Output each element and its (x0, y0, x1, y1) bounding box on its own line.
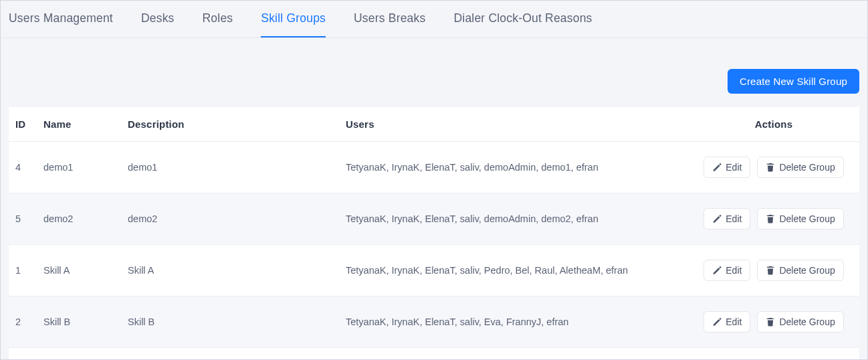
cell-description: demo2 (121, 193, 339, 245)
tab-users-breaks[interactable]: Users Breaks (354, 11, 425, 37)
tab-roles[interactable]: Roles (203, 11, 233, 37)
cell-id: 2 (9, 296, 37, 348)
edit-button[interactable]: Edit (703, 208, 750, 230)
cell-name: demo2 (37, 193, 121, 245)
edit-icon (712, 214, 722, 223)
admin-panel: Users Management Desks Roles Skill Group… (0, 0, 868, 360)
cell-description: Skill B (121, 296, 339, 348)
tab-skill-groups[interactable]: Skill Groups (261, 11, 326, 37)
delete-label: Delete Group (779, 162, 835, 173)
delete-label: Delete Group (779, 213, 835, 224)
table-header-row: ID Name Description Users Actions (9, 107, 859, 142)
edit-button[interactable]: Edit (703, 311, 750, 333)
trash-icon (766, 163, 775, 172)
table-wrap: ID Name Description Users Actions 4 demo… (1, 107, 867, 360)
col-id: ID (9, 107, 37, 142)
cell-name: Skill B (37, 296, 121, 348)
col-actions: Actions (688, 107, 859, 142)
table-row: 4 demo1 demo1 TetyanaK, IrynaK, ElenaT, … (9, 142, 859, 193)
cell-name: Skill A (37, 245, 121, 296)
delete-button[interactable]: Delete Group (757, 260, 843, 281)
cell-id: 5 (9, 193, 37, 245)
cell-actions: Edit Delete Group (688, 142, 859, 193)
trash-icon (766, 266, 775, 275)
cell-id: 3 (9, 348, 37, 361)
toolbar: Create New Skill Group (1, 38, 867, 107)
delete-label: Delete Group (779, 317, 835, 327)
table-row: 2 Skill B Skill B TetyanaK, IrynaK, Elen… (9, 296, 859, 348)
edit-label: Edit (726, 265, 742, 276)
edit-label: Edit (726, 213, 742, 224)
edit-button[interactable]: Edit (703, 157, 750, 178)
cell-name: demo1 (37, 142, 121, 193)
delete-button[interactable]: Delete Group (757, 311, 843, 333)
col-name: Name (37, 107, 121, 142)
cell-description: Skill C (121, 348, 339, 361)
delete-button[interactable]: Delete Group (757, 208, 843, 230)
edit-label: Edit (726, 162, 742, 173)
cell-id: 4 (9, 142, 37, 193)
cell-name: Skill C (37, 348, 121, 361)
cell-actions: Edit Delete Group (688, 193, 859, 245)
col-description: Description (121, 107, 339, 142)
edit-icon (712, 317, 722, 327)
cell-users: system, admin, TetyanaK, IrynaK, ElenaT,… (339, 348, 688, 361)
cell-actions: Edit Delete Group (688, 296, 859, 348)
tab-dialer-clockout[interactable]: Dialer Clock-Out Reasons (453, 11, 592, 37)
delete-label: Delete Group (779, 265, 835, 276)
cell-actions: Edit Delete Group (688, 348, 859, 361)
cell-id: 1 (9, 245, 37, 296)
edit-icon (712, 163, 722, 172)
tab-bar: Users Management Desks Roles Skill Group… (1, 1, 867, 38)
skill-groups-table: ID Name Description Users Actions 4 demo… (9, 107, 859, 360)
edit-icon (712, 266, 722, 275)
cell-users: TetyanaK, IrynaK, ElenaT, saliv, Pedro, … (339, 245, 688, 296)
delete-button[interactable]: Delete Group (757, 157, 843, 178)
create-skill-group-button[interactable]: Create New Skill Group (728, 69, 859, 94)
tab-desks[interactable]: Desks (141, 11, 175, 37)
trash-icon (766, 317, 775, 327)
trash-icon (766, 214, 775, 223)
col-users: Users (339, 107, 688, 142)
cell-description: Skill A (121, 245, 339, 296)
table-row: 3 Skill C Skill C system, admin, Tetyana… (9, 348, 859, 361)
edit-label: Edit (726, 317, 742, 327)
table-row: 5 demo2 demo2 TetyanaK, IrynaK, ElenaT, … (9, 193, 859, 245)
cell-description: demo1 (121, 142, 339, 193)
cell-actions: Edit Delete Group (688, 245, 859, 296)
table-row: 1 Skill A Skill A TetyanaK, IrynaK, Elen… (9, 245, 859, 296)
cell-users: TetyanaK, IrynaK, ElenaT, saliv, Eva, Fr… (339, 296, 688, 348)
cell-users: TetyanaK, IrynaK, ElenaT, saliv, demoAdm… (339, 142, 688, 193)
tab-users-management[interactable]: Users Management (9, 11, 113, 37)
edit-button[interactable]: Edit (703, 260, 750, 281)
cell-users: TetyanaK, IrynaK, ElenaT, saliv, demoAdm… (339, 193, 688, 245)
